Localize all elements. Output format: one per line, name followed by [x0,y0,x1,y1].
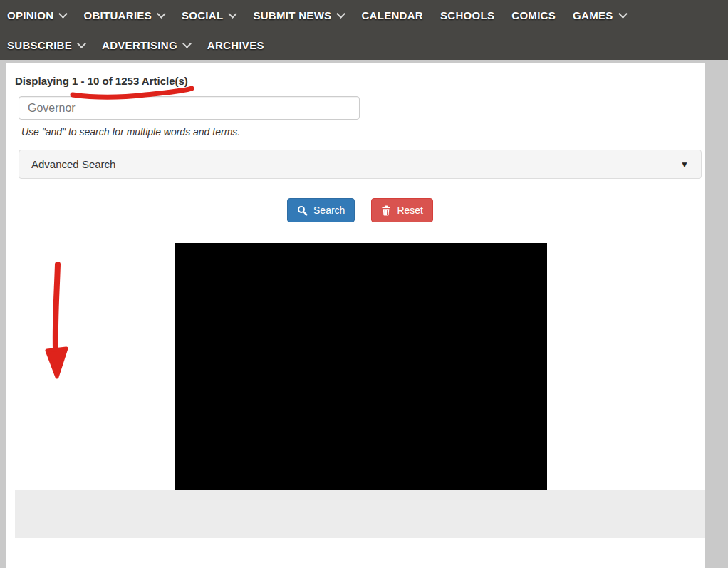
nav-item-schools[interactable]: SCHOOLS [432,9,503,21]
chevron-down-icon [337,9,346,19]
content-card: Displaying 1 - 10 of 1253 Article(s) Use… [6,63,705,568]
nav-item-label: CALENDAR [361,9,423,21]
nav-row-1: OPINION OBITUARIES SOCIAL SUBMIT NEWS CA… [7,0,728,30]
caret-down-icon: ▼ [680,160,689,169]
nav-item-calendar[interactable]: CALENDAR [353,9,432,21]
nav-item-label: SCHOOLS [440,9,494,21]
nav-item-comics[interactable]: COMICS [503,9,564,21]
advanced-search-label: Advanced Search [31,158,115,170]
nav-item-archives[interactable]: ARCHIVES [199,39,273,51]
nav-row-2: SUBSCRIBE ADVERTISING ARCHIVES [7,30,728,60]
nav-item-label: SOCIAL [182,9,223,21]
chevron-down-icon [77,39,86,48]
reset-button-label: Reset [397,205,423,216]
nav-item-opinion[interactable]: OPINION [7,9,75,21]
form-actions: Search Reset [19,198,702,222]
footer-placeholder [15,490,705,538]
nav-item-label: SUBMIT NEWS [253,9,331,21]
reset-button[interactable]: Reset [371,198,433,222]
chevron-down-icon [59,9,68,19]
search-icon [297,205,308,216]
nav-item-label: ADVERTISING [102,39,177,51]
nav-item-label: ARCHIVES [207,39,264,51]
nav-item-advertising[interactable]: ADVERTISING [93,39,199,51]
nav-item-subscribe[interactable]: SUBSCRIBE [7,39,93,51]
chevron-down-icon [618,9,628,19]
search-button-label: Search [313,205,345,216]
nav-item-obituaries[interactable]: OBITUARIES [75,9,173,21]
chevron-down-icon [229,9,238,19]
advanced-search-toggle[interactable]: Advanced Search ▼ [19,150,702,179]
nav-item-label: COMICS [511,9,556,21]
nav-item-label: GAMES [573,9,613,21]
nav-item-social[interactable]: SOCIAL [173,9,244,21]
main-nav: OPINION OBITUARIES SOCIAL SUBMIT NEWS CA… [0,0,728,60]
nav-item-submit-news[interactable]: SUBMIT NEWS [244,9,353,21]
chevron-down-icon [182,39,192,48]
chevron-down-icon [157,9,166,19]
nav-item-label: OBITUARIES [83,9,152,21]
redacted-image [175,243,547,490]
search-hint: Use "and" to search for multiple words a… [21,126,240,138]
search-button[interactable]: Search [287,198,355,222]
search-input[interactable] [19,96,360,120]
nav-item-games[interactable]: GAMES [564,9,635,21]
page: OPINION OBITUARIES SOCIAL SUBMIT NEWS CA… [0,0,728,568]
nav-item-label: SUBSCRIBE [7,39,72,51]
nav-item-label: OPINION [7,9,53,21]
trash-icon [381,205,391,216]
results-summary: Displaying 1 - 10 of 1253 Article(s) [15,75,188,87]
